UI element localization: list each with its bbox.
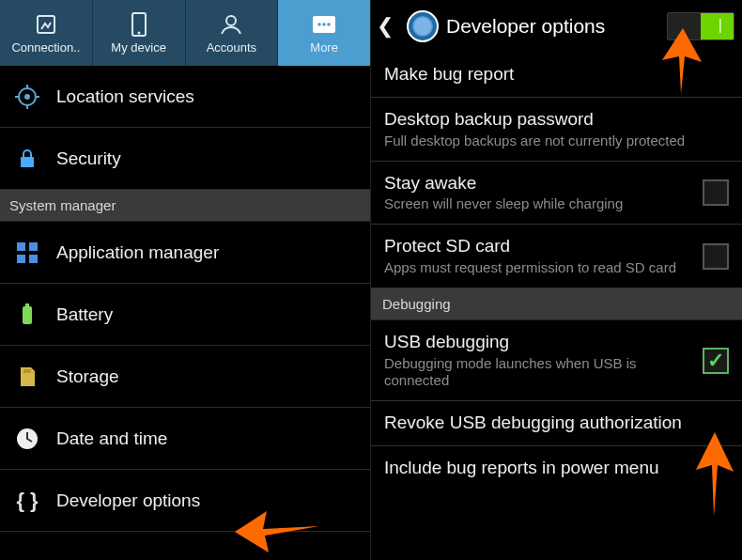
row-label: Storage	[56, 366, 119, 387]
tab-mydevice[interactable]: My device	[93, 0, 186, 66]
opt-stay-awake[interactable]: Stay awake Screen will never sleep while…	[371, 162, 742, 226]
usb-debugging-checkbox[interactable]	[703, 348, 729, 374]
row-label: Battery	[56, 304, 113, 325]
accounts-icon	[219, 12, 243, 37]
svg-point-2	[137, 31, 140, 34]
opt-title: Include bug reports in power menu	[384, 458, 729, 479]
developer-options-toggle[interactable]	[667, 12, 734, 40]
opt-subtitle: Apps must request permission to read SD …	[384, 259, 693, 276]
tab-label: My device	[111, 40, 166, 54]
tab-label: More	[310, 40, 338, 54]
row-label: Developer options	[56, 490, 200, 511]
svg-point-5	[317, 23, 321, 26]
tab-more[interactable]: More	[278, 0, 370, 66]
settings-gear-icon	[407, 10, 439, 42]
section-system-manager: System manager	[0, 190, 370, 222]
row-label: Application manager	[56, 242, 219, 263]
opt-make-bug-report[interactable]: Make bug report	[371, 53, 742, 98]
opt-title: USB debugging	[384, 332, 693, 353]
svg-rect-16	[25, 303, 29, 306]
row-location[interactable]: Location services	[0, 66, 370, 128]
braces-icon: { }	[13, 487, 41, 515]
opt-title: Protect SD card	[384, 236, 693, 257]
svg-point-9	[24, 94, 30, 100]
svg-rect-17	[23, 369, 31, 373]
tab-accounts[interactable]: Accounts	[186, 0, 279, 66]
opt-title: Desktop backup password	[384, 109, 729, 131]
svg-point-3	[226, 16, 236, 25]
battery-icon	[13, 301, 41, 329]
svg-rect-11	[17, 242, 25, 251]
storage-icon	[13, 363, 41, 391]
row-security[interactable]: Security	[0, 128, 370, 190]
page-title: Developer options	[446, 15, 659, 38]
security-icon	[13, 145, 41, 173]
opt-usb-debugging[interactable]: USB debugging Debugging mode launches wh…	[371, 320, 742, 401]
row-developer-options[interactable]: { } Developer options	[0, 470, 370, 532]
stay-awake-checkbox[interactable]	[703, 179, 729, 206]
section-debugging: Debugging	[371, 288, 742, 320]
connections-icon	[35, 12, 57, 37]
opt-title: Make bug report	[384, 64, 729, 86]
svg-rect-13	[17, 255, 25, 263]
developer-header: ❮ Developer options	[371, 0, 742, 53]
opt-title: Revoke USB debugging authorization	[384, 412, 729, 434]
opt-subtitle: Screen will never sleep while charging	[384, 195, 693, 212]
opt-revoke-usb-auth[interactable]: Revoke USB debugging authorization	[371, 401, 742, 446]
svg-rect-14	[29, 255, 38, 263]
back-chevron-icon[interactable]: ❮	[371, 14, 399, 39]
opt-title: Stay awake	[384, 173, 693, 194]
row-app-manager[interactable]: Application manager	[0, 222, 370, 284]
svg-rect-10	[21, 157, 34, 167]
device-icon	[129, 12, 149, 37]
row-label: Location services	[56, 86, 194, 107]
row-storage[interactable]: Storage	[0, 346, 370, 408]
row-date-time[interactable]: Date and time	[0, 408, 370, 470]
more-icon	[311, 12, 337, 37]
opt-subtitle: Full desktop backups are not currently p…	[384, 132, 729, 149]
svg-point-7	[327, 23, 331, 26]
protect-sd-checkbox[interactable]	[703, 243, 729, 270]
location-icon	[13, 83, 41, 111]
opt-protect-sd[interactable]: Protect SD card Apps must request permis…	[371, 225, 742, 288]
settings-panel-left: Connection.. My device Accounts More Loc…	[0, 0, 371, 560]
svg-point-6	[322, 23, 326, 26]
clock-icon	[13, 425, 41, 453]
app-manager-icon	[13, 239, 41, 267]
developer-options-panel: ❮ Developer options Make bug report Desk…	[371, 0, 742, 560]
row-label: Security	[56, 148, 121, 169]
opt-subtitle: Debugging mode launches when USB is conn…	[384, 355, 693, 389]
tab-label: Connection..	[11, 40, 80, 54]
svg-rect-15	[23, 306, 32, 324]
row-label: Date and time	[56, 428, 167, 449]
row-battery[interactable]: Battery	[0, 284, 370, 346]
tab-label: Accounts	[207, 40, 256, 54]
settings-tabs: Connection.. My device Accounts More	[0, 0, 370, 66]
opt-include-bug-reports[interactable]: Include bug reports in power menu	[371, 446, 742, 490]
svg-rect-12	[29, 242, 38, 251]
tab-connections[interactable]: Connection..	[0, 0, 93, 66]
opt-desktop-backup-password[interactable]: Desktop backup password Full desktop bac…	[371, 98, 742, 162]
